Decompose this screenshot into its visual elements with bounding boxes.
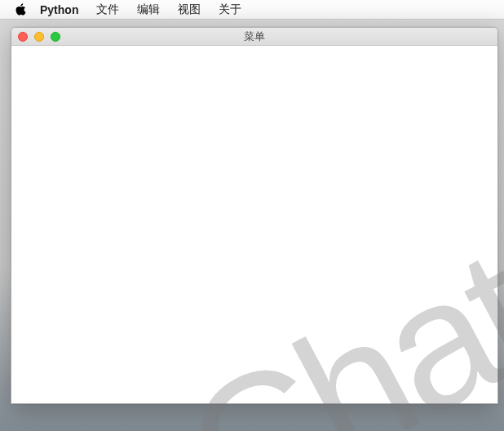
window-title: 菜单: [11, 29, 497, 44]
system-menubar: Python 文件 编辑 视图 关于: [0, 0, 504, 20]
menubar-app-name[interactable]: Python: [40, 3, 78, 16]
app-window: 菜单: [11, 27, 498, 404]
menubar-item-view[interactable]: 视图: [178, 2, 201, 17]
window-titlebar[interactable]: 菜单: [11, 28, 497, 46]
traffic-lights: [11, 32, 60, 42]
menubar-item-about[interactable]: 关于: [219, 2, 241, 17]
window-content: [11, 46, 497, 403]
minimize-icon[interactable]: [34, 32, 44, 42]
menubar-item-file[interactable]: 文件: [96, 2, 119, 17]
maximize-icon[interactable]: [51, 32, 60, 42]
close-icon[interactable]: [18, 32, 28, 42]
menubar-item-edit[interactable]: 编辑: [137, 2, 160, 17]
apple-menu-icon[interactable]: [15, 2, 27, 16]
